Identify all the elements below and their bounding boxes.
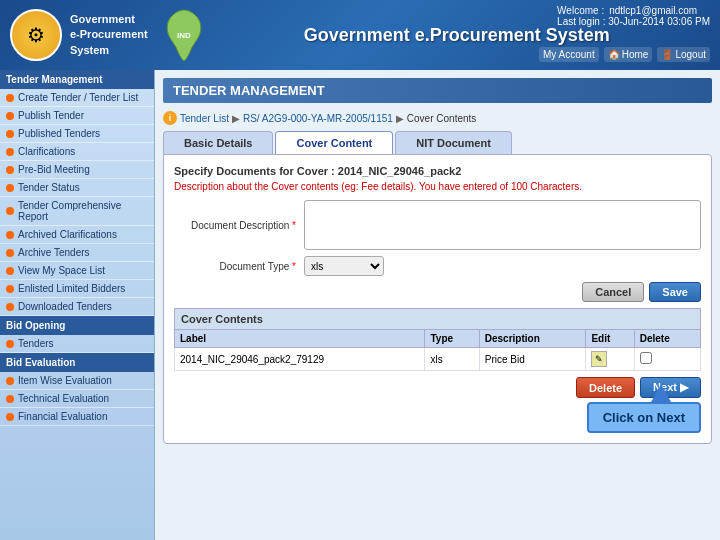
breadcrumb-tender-id[interactable]: RS/ A2G9-000-YA-MR-2005/1151	[243, 113, 393, 124]
content-area: TENDER MANAGEMENT i Tender List ▶ RS/ A2…	[155, 70, 720, 540]
breadcrumb-tender-list[interactable]: Tender List	[180, 113, 229, 124]
form-desc: Description about the Cover contents (eg…	[174, 181, 701, 192]
tender-management-title: Tender Management	[0, 70, 154, 89]
sidebar: Tender Management Create Tender / Tender…	[0, 70, 155, 540]
bullet-icon	[6, 130, 14, 138]
bullet-icon	[6, 166, 14, 174]
sidebar-item-technical-evaluation[interactable]: Technical Evaluation	[0, 390, 154, 408]
bullet-icon	[6, 395, 14, 403]
sidebar-item-financial-evaluation[interactable]: Financial Evaluation	[0, 408, 154, 426]
tab-nit-document[interactable]: NIT Document	[395, 131, 512, 154]
bullet-icon	[6, 285, 14, 293]
form-section-title: Specify Documents for Cover : 2014_NIC_2…	[174, 165, 701, 177]
form-panel: Specify Documents for Cover : 2014_NIC_2…	[163, 154, 712, 444]
bullet-icon	[6, 340, 14, 348]
col-type: Type	[425, 330, 479, 348]
sidebar-item-downloaded-tenders[interactable]: Downloaded Tenders	[0, 298, 154, 316]
doc-description-label: Document Description *	[174, 220, 304, 231]
doc-type-select[interactable]: xls pdf doc zip	[304, 256, 384, 276]
sidebar-item-tenders[interactable]: Tenders	[0, 335, 154, 353]
page-title: TENDER MANAGEMENT	[163, 78, 712, 103]
cover-contents-section-title: Cover Contents	[174, 308, 701, 329]
bid-evaluation-title: Bid Evaluation	[0, 353, 154, 372]
delete-checkbox[interactable]	[640, 352, 652, 364]
callout-container: Click on Next	[587, 402, 701, 433]
tab-cover-content[interactable]: Cover Content	[275, 131, 393, 154]
header-center: Government e.Procurement System	[204, 25, 710, 46]
sidebar-item-pre-bid-meeting[interactable]: Pre-Bid Meeting	[0, 161, 154, 179]
sidebar-item-create-tender[interactable]: Create Tender / Tender List	[0, 89, 154, 107]
bullet-icon	[6, 184, 14, 192]
col-label: Label	[175, 330, 425, 348]
sidebar-item-archive-tenders[interactable]: Archive Tenders	[0, 244, 154, 262]
edit-icon[interactable]: ✎	[591, 351, 607, 367]
sidebar-item-clarifications[interactable]: Clarifications	[0, 143, 154, 161]
main-layout: Tender Management Create Tender / Tender…	[0, 70, 720, 540]
header-nav: My Account 🏠 Home 🚪 Logout	[539, 47, 710, 62]
svg-text:IND: IND	[177, 31, 191, 40]
save-button[interactable]: Save	[649, 282, 701, 302]
last-login-label: Last login	[557, 16, 600, 27]
sidebar-item-publish-tender[interactable]: Publish Tender	[0, 107, 154, 125]
doc-type-label: Document Type *	[174, 261, 304, 272]
my-account-link[interactable]: My Account	[539, 47, 599, 62]
bullet-icon	[6, 231, 14, 239]
tabs: Basic Details Cover Content NIT Document	[163, 131, 712, 154]
home-link[interactable]: 🏠 Home	[604, 47, 653, 62]
sidebar-item-comprehensive-report[interactable]: Tender Comprehensive Report	[0, 197, 154, 226]
doc-type-row: Document Type * xls pdf doc zip	[174, 256, 701, 276]
user-info: Welcome : ndtlcp1@gmail.com Last login :…	[557, 5, 710, 27]
india-map-icon: IND	[164, 8, 204, 63]
cancel-button[interactable]: Cancel	[582, 282, 644, 302]
row-description: Price Bid	[479, 348, 586, 371]
tab-basic-details[interactable]: Basic Details	[163, 131, 273, 154]
bullet-icon	[6, 249, 14, 257]
bullet-icon	[6, 413, 14, 421]
row-type: xls	[425, 348, 479, 371]
bullet-icon	[6, 207, 14, 215]
doc-description-input[interactable]	[304, 200, 701, 250]
bottom-buttons: Delete Next ▶	[174, 377, 701, 398]
welcome-label: Welcome :	[557, 5, 604, 16]
bullet-icon	[6, 267, 14, 275]
delete-button[interactable]: Delete	[576, 377, 635, 398]
info-icon: i	[163, 111, 177, 125]
header-title: Government e.Procurement System	[204, 25, 710, 46]
last-login-value: : 30-Jun-2014 03:06 PM	[603, 16, 710, 27]
col-edit: Edit	[586, 330, 634, 348]
row-edit[interactable]: ✎	[586, 348, 634, 371]
header: ⚙ Government e-Procurement System IND Go…	[0, 0, 720, 70]
bullet-icon	[6, 148, 14, 156]
sidebar-item-published-tenders[interactable]: Published Tenders	[0, 125, 154, 143]
welcome-user: ndtlcp1@gmail.com	[609, 5, 697, 16]
row-delete	[634, 348, 700, 371]
logo-emblem: ⚙	[10, 9, 62, 61]
row-label: 2014_NIC_29046_pack2_79129	[175, 348, 425, 371]
logo-text: Government e-Procurement System	[70, 12, 148, 58]
sidebar-item-view-space-list[interactable]: View My Space List	[0, 262, 154, 280]
table-row: 2014_NIC_29046_pack2_79129 xls Price Bid…	[175, 348, 701, 371]
sidebar-item-item-wise-evaluation[interactable]: Item Wise Evaluation	[0, 372, 154, 390]
bullet-icon	[6, 94, 14, 102]
callout-area: Click on Next	[174, 402, 701, 433]
sidebar-item-archived-clarifications[interactable]: Archived Clarifications	[0, 226, 154, 244]
logout-link[interactable]: 🚪 Logout	[657, 47, 710, 62]
col-description: Description	[479, 330, 586, 348]
sidebar-item-tender-status[interactable]: Tender Status	[0, 179, 154, 197]
sidebar-item-enlisted-bidders[interactable]: Enlisted Limited Bidders	[0, 280, 154, 298]
bid-opening-title: Bid Opening	[0, 316, 154, 335]
doc-description-row: Document Description *	[174, 200, 701, 250]
form-buttons: Cancel Save	[174, 282, 701, 302]
cover-contents-table: Label Type Description Edit Delete 2014_…	[174, 329, 701, 371]
breadcrumb-cover-contents: Cover Contents	[407, 113, 476, 124]
bullet-icon	[6, 303, 14, 311]
breadcrumb: i Tender List ▶ RS/ A2G9-000-YA-MR-2005/…	[163, 111, 712, 125]
callout-box: Click on Next	[587, 402, 701, 433]
callout-arrow-icon	[651, 384, 671, 402]
bullet-icon	[6, 377, 14, 385]
col-delete: Delete	[634, 330, 700, 348]
bullet-icon	[6, 112, 14, 120]
logo-area: ⚙ Government e-Procurement System IND	[10, 8, 204, 63]
